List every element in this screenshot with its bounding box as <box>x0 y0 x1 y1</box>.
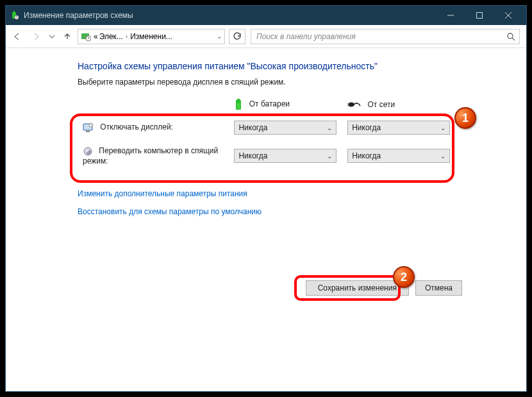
search-icon <box>506 32 515 41</box>
chevron-right-icon: › <box>123 33 130 40</box>
page-subtext: Выберите параметры перевода дисплея в сп… <box>78 78 526 87</box>
display-plugged-select[interactable]: Никогда ⌄ <box>347 121 450 135</box>
maximize-button[interactable] <box>465 6 494 25</box>
chevron-down-icon: ⌄ <box>440 153 445 160</box>
window-title: Изменение параметров схемы <box>24 11 436 20</box>
battery-icon <box>234 98 243 111</box>
sleep-battery-select[interactable]: Никогда ⌄ <box>234 149 337 163</box>
display-battery-select[interactable]: Никогда ⌄ <box>234 121 337 135</box>
breadcrumb-dropdown-icon[interactable]: ⌄ <box>217 33 222 40</box>
chevron-down-icon: ⌄ <box>327 153 332 160</box>
save-button[interactable]: Сохранить изменения <box>306 280 409 296</box>
breadcrumb[interactable]: « Элек... › Изменени... ⌄ <box>78 29 225 44</box>
button-row: Сохранить изменения Отмена <box>306 280 462 296</box>
window-frame: Изменение параметров схемы <box>5 5 527 392</box>
breadcrumb-item-2[interactable]: Изменени... <box>130 32 172 41</box>
breadcrumb-item-1[interactable]: Элек... <box>99 32 123 41</box>
svg-point-9 <box>508 33 513 38</box>
column-plugged-label: От сети <box>368 100 395 109</box>
svg-rect-18 <box>86 131 90 132</box>
plug-icon <box>347 100 362 109</box>
breadcrumb-prefix: « <box>94 32 98 41</box>
svg-rect-13 <box>237 103 240 109</box>
svg-rect-12 <box>237 99 240 100</box>
content-area: Настройка схемы управления питанием "Выс… <box>6 48 526 391</box>
titlebar: Изменение параметров схемы <box>6 6 526 25</box>
chevron-down-icon: ⌄ <box>440 124 445 131</box>
forward-button[interactable] <box>28 28 46 46</box>
svg-rect-4 <box>476 13 482 19</box>
sleep-icon <box>83 146 93 156</box>
display-icon <box>83 122 94 133</box>
links-section: Изменить дополнительные параметры питани… <box>78 189 526 216</box>
advanced-settings-link[interactable]: Изменить дополнительные параметры питани… <box>78 189 247 198</box>
close-button[interactable] <box>494 6 522 25</box>
up-button[interactable] <box>58 28 76 46</box>
annotation-badge-2: 2 <box>393 266 415 288</box>
page-title: Настройка схемы управления питанием "Выс… <box>78 61 526 71</box>
search-box[interactable] <box>251 29 520 44</box>
window-controls <box>436 6 522 25</box>
restore-defaults-link[interactable]: Восстановить для схемы параметры по умол… <box>78 207 262 216</box>
power-plan-icon <box>10 10 20 21</box>
svg-rect-1 <box>13 11 15 12</box>
chevron-down-icon: ⌄ <box>327 124 332 131</box>
row-sleep-label: Переводить компьютер в спящий режим: <box>83 146 218 165</box>
search-input[interactable] <box>255 31 506 42</box>
row-display-label: Отключать дисплей: <box>100 122 173 131</box>
sleep-plugged-select[interactable]: Никогда ⌄ <box>347 149 450 163</box>
svg-point-14 <box>348 103 354 107</box>
column-battery-label: От батареи <box>249 99 290 108</box>
control-panel-icon <box>81 31 91 42</box>
back-button[interactable] <box>8 28 26 46</box>
minimize-button[interactable] <box>436 6 465 25</box>
navbar: « Элек... › Изменени... ⌄ <box>6 25 526 48</box>
svg-line-10 <box>512 38 515 40</box>
recent-dropdown[interactable] <box>47 28 57 46</box>
settings-grid: 1 От батареи От сети <box>70 96 461 170</box>
svg-rect-16 <box>347 105 349 106</box>
refresh-button[interactable] <box>229 29 245 44</box>
annotation-badge-1: 1 <box>454 107 476 129</box>
svg-rect-15 <box>347 103 349 104</box>
cancel-button[interactable]: Отмена <box>415 280 462 296</box>
